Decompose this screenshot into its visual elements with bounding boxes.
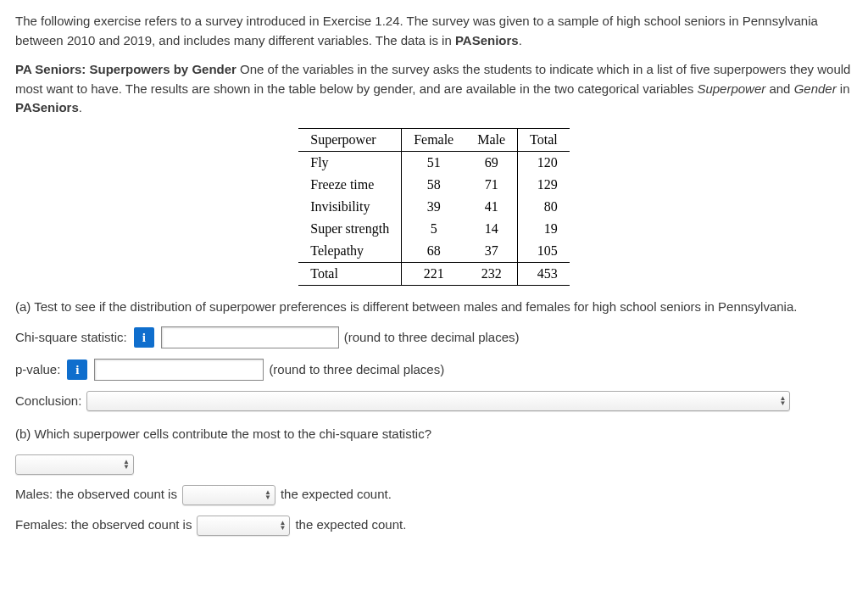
which-superpower-select[interactable]: ▲▼ <box>15 454 134 475</box>
cell: 129 <box>518 174 570 196</box>
part-a-prompt: (a) Test to see if the distribution of s… <box>15 298 853 317</box>
cell: 71 <box>465 174 517 196</box>
stepper-icon: ▲▼ <box>779 396 786 406</box>
table-row: Invisibility 39 41 80 <box>298 196 570 218</box>
cell: 51 <box>402 151 466 174</box>
intro-text-b: . <box>519 33 522 47</box>
description-dataset: PASeniors <box>15 100 79 114</box>
description-text-b: in <box>837 81 850 96</box>
part-b-prompt: (b) Which superpower cells contribute th… <box>15 425 853 444</box>
table-row: Super strength 5 14 19 <box>298 218 570 240</box>
cell: 232 <box>465 262 517 285</box>
cell: 37 <box>465 240 517 263</box>
table-row: Freeze time 58 71 129 <box>298 174 570 196</box>
females-label: Females: the observed count is <box>15 516 192 535</box>
intro-text-a: The following exercise refers to a surve… <box>15 14 818 47</box>
chi-square-input[interactable] <box>161 326 339 348</box>
cell: 69 <box>465 151 517 174</box>
p-value-row: p-value: i (round to three decimal place… <box>15 359 853 381</box>
chi-square-label: Chi-square statistic: <box>15 328 127 348</box>
description-paragraph: PA Seniors: Superpowers by Gender One of… <box>15 60 853 118</box>
table-total-row: Total 221 232 453 <box>298 262 570 285</box>
cell: 39 <box>402 196 466 218</box>
table-row: Fly 51 69 120 <box>298 151 570 174</box>
p-value-hint: (round to three decimal places) <box>269 360 444 380</box>
cell: 41 <box>465 196 517 218</box>
cell: Freeze time <box>298 174 401 196</box>
females-select[interactable]: ▲▼ <box>197 516 290 536</box>
variable-gender: Gender <box>794 81 837 96</box>
males-select[interactable]: ▲▼ <box>182 485 275 505</box>
stepper-icon: ▲▼ <box>264 490 271 500</box>
cell: 68 <box>402 240 466 263</box>
cell: Invisibility <box>298 196 401 218</box>
cell: 14 <box>465 218 517 240</box>
stepper-icon: ▲▼ <box>280 521 287 531</box>
females-row: Females: the observed count is ▲▼ the ex… <box>15 516 853 536</box>
intro-paragraph: The following exercise refers to a surve… <box>15 12 853 50</box>
cell: Total <box>298 262 401 285</box>
females-suffix: the expected count. <box>295 516 406 535</box>
info-icon[interactable]: i <box>67 360 87 380</box>
description-and: and <box>765 81 793 96</box>
cell: Super strength <box>298 218 401 240</box>
cell: 453 <box>518 262 570 285</box>
th-superpower: Superpower <box>298 128 401 151</box>
p-value-input[interactable] <box>94 359 264 381</box>
cell: 19 <box>518 218 570 240</box>
description-title: PA Seniors: Superpowers by Gender <box>15 62 236 76</box>
conclusion-select[interactable]: ▲▼ <box>86 391 790 411</box>
males-suffix: the expected count. <box>281 485 392 504</box>
cell: 221 <box>402 262 466 285</box>
th-female: Female <box>402 128 466 151</box>
table-header-row: Superpower Female Male Total <box>298 128 570 151</box>
table-row: Telepathy 68 37 105 <box>298 240 570 263</box>
variable-superpower: Superpower <box>697 81 765 96</box>
chi-square-row: Chi-square statistic: i (round to three … <box>15 326 853 348</box>
info-icon[interactable]: i <box>134 327 154 348</box>
stepper-icon: ▲▼ <box>123 460 130 470</box>
males-label: Males: the observed count is <box>15 485 177 504</box>
conclusion-row: Conclusion: ▲▼ <box>15 391 853 411</box>
cell: 5 <box>402 218 466 240</box>
intro-dataset: PASeniors <box>455 33 519 47</box>
which-superpower-row: ▲▼ <box>15 454 853 475</box>
superpower-table: Superpower Female Male Total Fly 51 69 1… <box>298 128 570 286</box>
p-value-label: p-value: <box>15 360 60 380</box>
th-male: Male <box>465 128 517 151</box>
cell: 120 <box>518 151 570 174</box>
cell: 80 <box>518 196 570 218</box>
conclusion-label: Conclusion: <box>15 392 81 411</box>
cell: Telepathy <box>298 240 401 263</box>
chi-square-hint: (round to three decimal places) <box>344 328 520 348</box>
males-row: Males: the observed count is ▲▼ the expe… <box>15 485 853 505</box>
cell: Fly <box>298 151 401 174</box>
cell: 105 <box>518 240 570 263</box>
cell: 58 <box>402 174 466 196</box>
description-text-c: . <box>79 100 82 114</box>
th-total: Total <box>518 128 570 151</box>
